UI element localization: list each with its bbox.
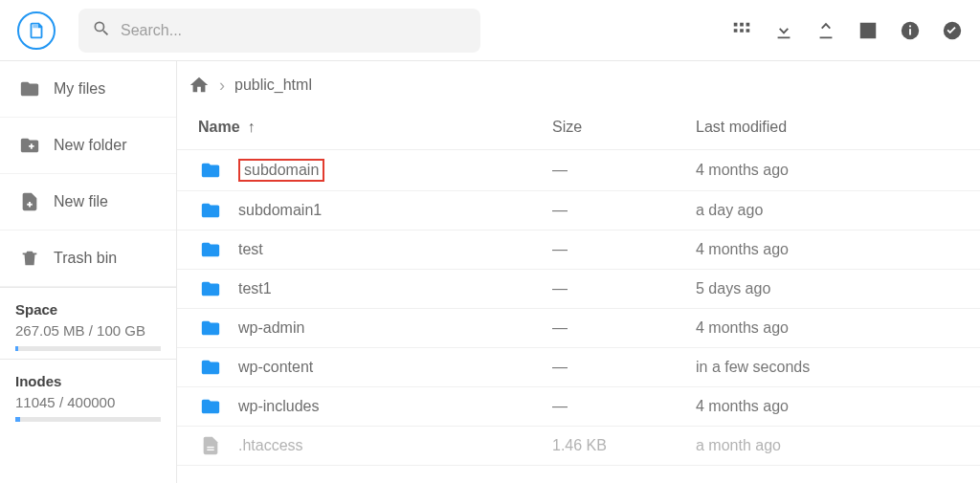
- svg-rect-2: [909, 29, 911, 34]
- sidebar: My files New folder New file Trash bin: [0, 61, 177, 483]
- file-size: —: [552, 162, 696, 179]
- file-size: 1.46 KB: [552, 437, 696, 454]
- main: › public_html Name ↑ Size Last modified …: [177, 61, 980, 483]
- file-name: subdomain: [238, 159, 324, 182]
- folder-row[interactable]: test—4 months ago: [177, 231, 980, 270]
- svg-rect-5: [207, 447, 213, 448]
- folder-row[interactable]: wp-content—in a few seconds: [177, 348, 980, 387]
- file-rows: subdomain—4 months agosubdomain1—a day a…: [177, 150, 980, 483]
- file-modified: a day ago: [696, 202, 969, 219]
- folder-row[interactable]: subdomain1—a day ago: [177, 191, 980, 231]
- stats-icon[interactable]: [858, 20, 879, 41]
- svg-rect-6: [207, 450, 213, 450]
- download-icon[interactable]: [773, 20, 794, 41]
- file-name: test1: [238, 280, 272, 296]
- chevron-right-icon: ›: [219, 76, 225, 96]
- folder-row[interactable]: wp-admin—4 months ago: [177, 309, 980, 348]
- folder-row[interactable]: wp-includes—4 months ago: [177, 387, 980, 427]
- breadcrumb: › public_html: [177, 61, 980, 105]
- folder-row[interactable]: test1—5 days ago: [177, 270, 980, 309]
- file-size: —: [552, 202, 696, 219]
- grid-view-icon[interactable]: [731, 20, 752, 41]
- file-row[interactable]: .htaccess1.46 KBa month ago: [177, 427, 980, 466]
- storage-inodes-bar: [15, 417, 161, 422]
- header: [0, 0, 980, 61]
- file-modified: in a few seconds: [696, 359, 969, 376]
- sort-asc-icon: ↑: [248, 119, 256, 136]
- column-modified[interactable]: Last modified: [696, 119, 969, 136]
- check-icon[interactable]: [942, 20, 963, 41]
- file-modified: 4 months ago: [696, 319, 969, 337]
- storage-inodes-value: 11045 / 400000: [15, 393, 161, 412]
- breadcrumb-current[interactable]: public_html: [234, 77, 312, 94]
- file-name: test: [238, 241, 263, 257]
- sidebar-item-label: New folder: [54, 137, 126, 154]
- sidebar-item-new-folder[interactable]: New folder: [0, 118, 176, 174]
- search-icon: [92, 19, 111, 42]
- file-modified: a month ago: [696, 437, 969, 454]
- file-name: wp-admin: [238, 319, 304, 336]
- upload-icon[interactable]: [815, 20, 836, 41]
- file-name: wp-content: [238, 359, 313, 375]
- sidebar-item-label: Trash bin: [54, 250, 117, 267]
- header-actions: [731, 20, 963, 41]
- file-modified: 4 months ago: [696, 162, 969, 179]
- sidebar-item-label: My files: [54, 80, 105, 98]
- column-headers: Name ↑ Size Last modified: [177, 105, 980, 150]
- file-name: wp-includes: [238, 398, 319, 414]
- sidebar-item-label: New file: [54, 193, 108, 210]
- file-name: subdomain1: [238, 202, 322, 218]
- search-input[interactable]: [121, 22, 467, 39]
- column-size[interactable]: Size: [552, 119, 696, 136]
- storage-inodes: Inodes 11045 / 400000: [0, 359, 176, 430]
- file-name: .htaccess: [238, 437, 303, 453]
- svg-rect-3: [909, 25, 911, 27]
- storage-inodes-title: Inodes: [15, 373, 161, 389]
- file-size: —: [552, 241, 696, 258]
- sidebar-item-my-files[interactable]: My files: [0, 61, 176, 118]
- folder-row[interactable]: subdomain—4 months ago: [177, 150, 980, 191]
- new-file-icon: [19, 191, 40, 212]
- sidebar-item-new-file[interactable]: New file: [0, 174, 176, 231]
- file-size: —: [552, 280, 696, 297]
- app-logo[interactable]: [17, 11, 56, 50]
- file-modified: 4 months ago: [696, 398, 969, 415]
- sidebar-item-trash[interactable]: Trash bin: [0, 231, 176, 287]
- storage-space-value: 267.05 MB / 100 GB: [15, 321, 161, 340]
- new-folder-icon: [19, 135, 40, 156]
- column-name[interactable]: Name ↑: [198, 119, 552, 136]
- info-icon[interactable]: [900, 20, 921, 41]
- folder-icon: [19, 78, 40, 99]
- file-size: —: [552, 319, 696, 337]
- file-modified: 5 days ago: [696, 280, 969, 297]
- file-modified: 4 months ago: [696, 241, 969, 258]
- file-size: —: [552, 398, 696, 415]
- search-box[interactable]: [78, 9, 480, 53]
- storage-space-title: Space: [15, 301, 161, 318]
- trash-icon: [19, 248, 40, 269]
- home-icon[interactable]: [189, 75, 210, 96]
- storage-space-bar: [15, 346, 161, 351]
- file-size: —: [552, 359, 696, 376]
- storage-space: Space 267.05 MB / 100 GB: [0, 287, 176, 359]
- svg-rect-0: [33, 24, 38, 28]
